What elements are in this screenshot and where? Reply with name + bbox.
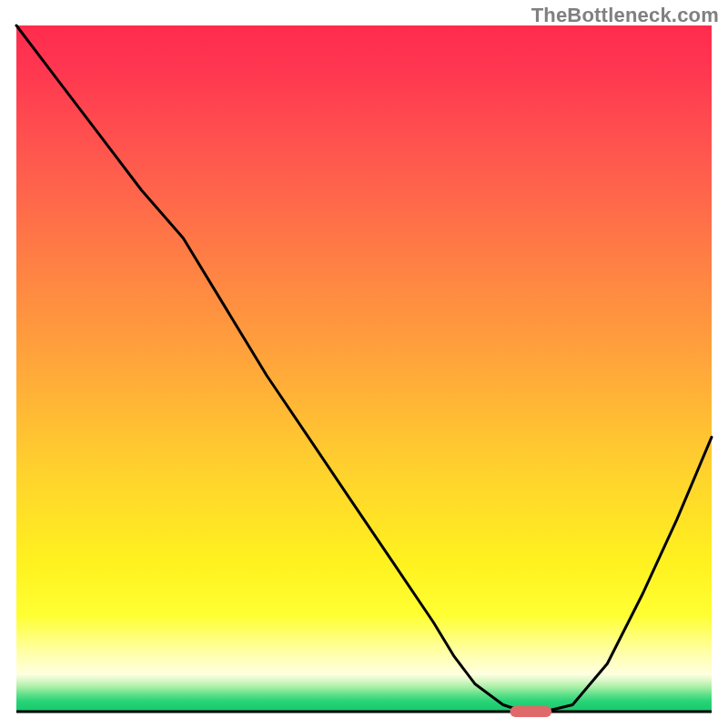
flat-segment-marker bbox=[510, 706, 551, 717]
chart-stage: TheBottleneck.com bbox=[0, 0, 728, 728]
gradient-background bbox=[16, 25, 712, 712]
watermark-text: TheBottleneck.com bbox=[531, 4, 719, 27]
bottleneck-chart bbox=[0, 0, 728, 728]
plot-area bbox=[16, 25, 712, 717]
